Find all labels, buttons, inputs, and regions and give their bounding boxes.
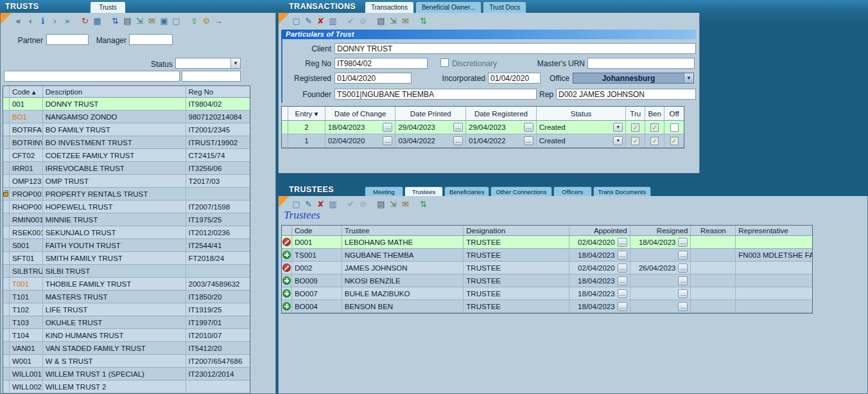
new-record-icon[interactable]: ▢ [291,15,302,26]
print-icon[interactable]: ▤ [376,15,386,26]
discretionary-checkbox[interactable] [440,58,449,67]
ellipsis-button[interactable]: … [678,276,688,285]
settings-icon[interactable]: ⚙ [201,15,212,26]
edit-record-icon[interactable]: ✎ [303,199,314,210]
table-row[interactable]: VAN01VAN STADED FAMILY TRUSTIT5412/20 [3,342,250,355]
table-row[interactable]: T103OKUHLE TRUSTIT1997/01 [3,316,250,329]
tab-beneficial-owner[interactable]: Beneficial Owner... [415,1,482,13]
chevron-down-icon[interactable]: ▼ [684,73,693,83]
tab-trust-docs[interactable]: Trust Docs [483,1,526,13]
column-header-status[interactable]: Status [537,107,627,120]
tab-transactions[interactable]: Transactions [365,1,414,13]
table-row[interactable]: T102LIFE TRUSTIT1919/25 [3,303,250,316]
edit-record-icon[interactable]: ✎ [303,15,314,26]
email-icon[interactable]: ✉ [400,15,411,26]
table-row[interactable]: BO1NANGAMSO ZONDO9807120214084 [3,111,250,123]
table-row[interactable]: WILL001WILLEM TRUST 1 (SPECIAL)IT23012/2… [3,368,250,381]
masters-urn-input[interactable] [587,58,695,69]
refresh-icon[interactable]: ↻ [80,15,91,26]
previous-record-icon[interactable]: ‹ [25,15,36,26]
email-icon[interactable]: ✉ [400,199,411,210]
ellipsis-button[interactable]: … [453,136,463,145]
column-header-designation[interactable]: Designation [464,226,569,235]
status-dropdown[interactable]: ▼ [175,58,241,69]
column-header-reg-no[interactable]: Reg No [186,86,250,97]
tru-checkbox[interactable]: ✓ [631,123,639,132]
column-header-date-registered[interactable]: Date Registered [466,107,537,120]
ellipsis-button[interactable]: … [618,276,627,285]
print-icon[interactable]: ▤ [122,15,133,26]
export-icon[interactable]: ⇲ [388,199,399,210]
ellipsis-button[interactable]: … [383,123,392,132]
incorporated-input[interactable] [488,73,541,84]
table-row[interactable]: BO009NKOSI BENZILETRUSTEE18/04/2023…… [282,274,812,287]
column-header-date-printed[interactable]: Date Printed [395,107,466,120]
ben-checkbox[interactable]: ✓ [650,123,659,132]
ellipsis-button[interactable]: … [618,264,627,273]
table-row[interactable]: 001DONNY TRUSTIT9804/02 [3,98,250,111]
tab-trusts[interactable]: Trusts [90,1,126,13]
tab-trans-documents[interactable]: Trans Documents [593,186,652,196]
table-row[interactable]: CFT02COETZEE FAMILY TRUSTCT2415/74 [3,149,250,162]
upload-icon[interactable]: ⇧ [189,15,200,26]
table-row[interactable]: 218/04/2023…29/04/2023…29/04/2023…Create… [282,121,684,134]
tru-checkbox[interactable]: ✓ [631,137,639,145]
column-header-description[interactable]: Description [43,86,186,97]
table-row[interactable]: T101MASTERS TRUSTIT1850/20 [3,291,250,303]
trust-filter-input[interactable] [4,71,180,82]
regno-filter-input[interactable] [182,71,241,82]
table-row[interactable]: RMIN001MINNIE TRUSTIT1975/25 [3,213,250,226]
column-header-off[interactable]: Off [664,107,684,120]
audit-trail-icon[interactable]: ⇅ [418,15,429,26]
column-header-reason[interactable]: Reason [691,226,736,235]
post-changes-icon[interactable]: ✔ [345,15,356,26]
ellipsis-button[interactable]: … [678,264,688,273]
column-header-entry[interactable]: Entry ▾ [288,107,326,120]
column-header-date-of-change[interactable]: Date of Change [326,107,396,120]
dropdown-arrow-icon[interactable]: ▾ [613,123,623,132]
ellipsis-button[interactable]: … [678,238,688,247]
table-row[interactable]: IRR01IRREVOCABLE TRUSTIT3256/06 [3,162,250,175]
first-record-icon[interactable]: « [13,15,24,26]
chevron-down-icon[interactable]: ▼ [230,58,240,68]
column-header-tru[interactable]: Tru [626,107,645,120]
ellipsis-button[interactable]: … [618,302,627,311]
table-row[interactable]: OMP123OMP TRUSTT2017/03 [3,175,250,188]
ellipsis-button[interactable]: … [524,136,534,145]
ellipsis-button[interactable]: … [383,136,392,145]
ellipsis-button[interactable]: … [678,289,688,298]
ellipsis-button[interactable]: … [618,251,627,260]
column-header-trustee[interactable]: Trustee [342,226,464,235]
exit-icon[interactable]: → [213,15,224,26]
ellipsis-button[interactable]: … [678,302,688,311]
table-row[interactable]: SFT01SMITH FAMILY TRUSTFT2018/24 [3,252,250,265]
tab-beneficiaries[interactable]: Beneficiaries [444,186,489,196]
table-row[interactable]: RSEK001SEKUNJALO TRUSTIT2012/0236 [3,226,250,239]
tab-other-connections[interactable]: Other Connections [490,186,551,196]
print-icon[interactable]: ▤ [376,199,386,210]
last-record-icon[interactable]: » [62,15,73,26]
cancel-changes-icon[interactable]: ⊘ [358,15,369,26]
table-row[interactable]: D002JAMES JOHNSONTRUSTEE02/04/2020…26/04… [282,262,812,274]
table-row[interactable]: S001FAITH YOUTH TRUSTIT2544/41 [3,239,250,252]
regno-input[interactable] [334,58,428,69]
office-dropdown[interactable]: Johannesburg ▼ [573,73,694,84]
table-row[interactable]: BO007BUHLE MAZIBUKOTRUSTEE18/04/2023…… [282,287,812,300]
table-row[interactable]: BOTRINVBO INVESTMENT TRUSTITRUST/19902 [3,136,250,149]
export-icon[interactable]: ⇲ [134,15,145,26]
table-row[interactable]: WILL002WILLEM TRUST 2 [3,381,250,393]
table-row[interactable]: TS001NGUBANE THEMBATRUSTEE18/04/2023……FN… [282,249,812,262]
document-icon[interactable]: ▢ [171,15,182,26]
grid-view-icon[interactable]: ▦ [92,15,103,26]
table-row[interactable]: 102/04/2020…03/04/2022…01/04/2022…Create… [282,134,684,148]
tab-meeting[interactable]: Meeting [365,186,403,196]
ellipsis-button[interactable]: … [453,123,463,132]
sort-icon[interactable]: ⇅ [110,15,121,26]
info-icon[interactable]: ℹ [37,15,48,26]
partner-input[interactable] [46,34,89,45]
column-header-resigned[interactable]: Resigned [630,226,691,235]
post-changes-icon[interactable]: ✔ [345,199,356,210]
table-row[interactable]: BOTRFAMBO FAMILY TRUSTIT2001/2345 [3,123,250,136]
table-row[interactable]: W001W & S TRUSTIT2007/6547686 [3,355,250,368]
column-header-code[interactable]: Code ▴ [10,86,43,97]
